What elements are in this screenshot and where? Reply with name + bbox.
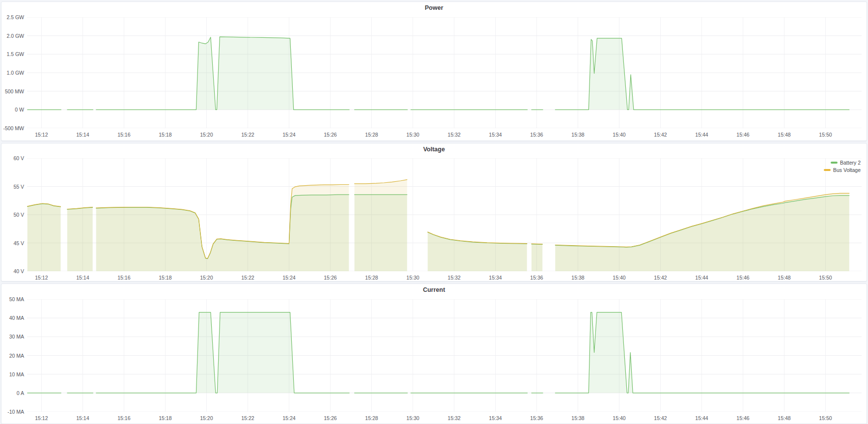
y-tick-label: 20 MA bbox=[1, 353, 24, 359]
x-tick-label: 15:38 bbox=[565, 132, 590, 138]
panel-title-current[interactable]: Current bbox=[1, 286, 867, 293]
y-tick-label: -500 MW bbox=[1, 125, 24, 131]
x-tick-label: 15:18 bbox=[153, 415, 177, 421]
x-tick-label: 15:46 bbox=[730, 132, 755, 138]
x-tick-label: 15:48 bbox=[772, 275, 796, 281]
x-tick-label: 15:42 bbox=[648, 415, 672, 421]
x-tick-label: 15:24 bbox=[277, 275, 301, 281]
y-tick-label: 2.5 GW bbox=[1, 14, 24, 20]
power-plot-area[interactable] bbox=[27, 17, 862, 128]
x-tick-label: 15:30 bbox=[400, 132, 425, 138]
x-tick-label: 15:12 bbox=[29, 275, 54, 281]
y-tick-label: 2.0 GW bbox=[1, 33, 24, 39]
x-tick-label: 15:12 bbox=[29, 415, 54, 421]
x-tick-label: 15:28 bbox=[359, 132, 384, 138]
x-tick-label: 15:50 bbox=[813, 275, 838, 281]
x-tick-label: 15:16 bbox=[112, 275, 136, 281]
x-tick-label: 15:50 bbox=[813, 132, 838, 138]
x-tick-label: 15:20 bbox=[194, 132, 219, 138]
y-tick-label: 40 MA bbox=[1, 315, 24, 321]
x-tick-label: 15:32 bbox=[442, 132, 466, 138]
x-tick-label: 15:22 bbox=[235, 275, 260, 281]
x-tick-label: 15:48 bbox=[772, 415, 796, 421]
x-tick-label: 15:44 bbox=[689, 275, 714, 281]
panel-title-voltage[interactable]: Voltage bbox=[1, 146, 867, 153]
x-tick-label: 15:40 bbox=[607, 132, 631, 138]
x-tick-label: 15:48 bbox=[772, 132, 796, 138]
panel-title-power[interactable]: Power bbox=[1, 4, 867, 11]
x-tick-label: 15:44 bbox=[689, 415, 714, 421]
x-tick-label: 15:12 bbox=[29, 132, 54, 138]
x-tick-label: 15:32 bbox=[442, 415, 466, 421]
legend-item-bus-voltage[interactable]: Bus Voltage bbox=[824, 167, 861, 173]
y-tick-label: 1.5 GW bbox=[1, 51, 24, 57]
y-tick-label: 40 V bbox=[1, 268, 24, 274]
x-tick-label: 15:14 bbox=[70, 415, 95, 421]
x-tick-label: 15:28 bbox=[359, 415, 384, 421]
x-tick-label: 15:26 bbox=[318, 275, 342, 281]
x-tick-label: 15:34 bbox=[483, 275, 507, 281]
y-tick-label: 10 MA bbox=[1, 371, 24, 377]
panel-current: Current 50 MA40 MA30 MA20 MA10 MA0 A-10 … bbox=[1, 283, 867, 424]
legend-item-label: Battery 2 bbox=[840, 160, 861, 166]
x-tick-label: 15:24 bbox=[277, 415, 301, 421]
x-tick-label: 15:36 bbox=[524, 132, 549, 138]
x-tick-label: 15:20 bbox=[194, 415, 219, 421]
x-tick-label: 15:18 bbox=[153, 275, 177, 281]
panel-voltage: Voltage 60 V55 V50 V45 V40 V 15:1215:141… bbox=[1, 143, 867, 282]
y-tick-label: 55 V bbox=[1, 184, 24, 190]
y-tick-label: 45 V bbox=[1, 240, 24, 246]
x-tick-label: 15:34 bbox=[483, 132, 507, 138]
x-tick-label: 15:18 bbox=[153, 132, 177, 138]
current-chart-svg bbox=[27, 299, 862, 412]
x-tick-label: 15:46 bbox=[730, 275, 755, 281]
x-tick-label: 15:38 bbox=[565, 275, 590, 281]
legend-swatch-icon bbox=[824, 169, 831, 171]
x-tick-label: 15:14 bbox=[70, 275, 95, 281]
x-tick-label: 15:34 bbox=[483, 415, 507, 421]
x-tick-label: 15:32 bbox=[442, 275, 466, 281]
y-tick-label: 50 V bbox=[1, 212, 24, 218]
panel-power: Power 2.5 GW2.0 GW1.5 GW1.0 GW500 MW0 W-… bbox=[1, 1, 867, 141]
x-tick-label: 15:26 bbox=[318, 415, 342, 421]
x-tick-label: 15:24 bbox=[277, 132, 301, 138]
x-tick-label: 15:42 bbox=[648, 275, 672, 281]
x-tick-label: 15:38 bbox=[565, 415, 590, 421]
power-chart-svg bbox=[27, 17, 862, 128]
legend-item-battery-2[interactable]: Battery 2 bbox=[831, 159, 861, 166]
voltage-legend: Battery 2Bus Voltage bbox=[824, 159, 861, 173]
x-tick-label: 15:20 bbox=[194, 275, 219, 281]
x-tick-label: 15:44 bbox=[689, 132, 714, 138]
x-tick-label: 15:26 bbox=[318, 132, 342, 138]
legend-swatch-icon bbox=[831, 162, 838, 164]
x-tick-label: 15:36 bbox=[524, 275, 549, 281]
x-tick-label: 15:22 bbox=[235, 132, 260, 138]
x-tick-label: 15:16 bbox=[112, 132, 136, 138]
voltage-chart-svg bbox=[27, 158, 862, 271]
x-tick-label: 15:16 bbox=[112, 415, 136, 421]
y-tick-label: 30 MA bbox=[1, 334, 24, 339]
y-tick-label: 60 V bbox=[1, 155, 24, 161]
x-tick-label: 15:46 bbox=[730, 415, 755, 421]
x-tick-label: 15:40 bbox=[607, 415, 631, 421]
x-tick-label: 15:30 bbox=[400, 275, 425, 281]
y-tick-label: 0 W bbox=[1, 107, 24, 113]
x-tick-label: 15:28 bbox=[359, 275, 384, 281]
x-tick-label: 15:40 bbox=[607, 275, 631, 281]
legend-item-label: Bus Voltage bbox=[833, 167, 861, 173]
x-tick-label: 15:22 bbox=[235, 415, 260, 421]
voltage-plot-area[interactable]: Battery 2Bus Voltage bbox=[27, 158, 862, 271]
y-tick-label: 500 MW bbox=[1, 88, 24, 94]
y-tick-label: -10 MA bbox=[1, 409, 24, 415]
current-plot-area[interactable] bbox=[27, 299, 862, 412]
y-tick-label: 1.0 GW bbox=[1, 70, 24, 76]
x-tick-label: 15:42 bbox=[648, 132, 672, 138]
x-tick-label: 15:14 bbox=[70, 132, 95, 138]
x-tick-label: 15:30 bbox=[400, 415, 425, 421]
y-tick-label: 50 MA bbox=[1, 296, 24, 302]
x-tick-label: 15:36 bbox=[524, 415, 549, 421]
x-tick-label: 15:50 bbox=[813, 415, 838, 421]
y-tick-label: 0 A bbox=[1, 390, 24, 396]
